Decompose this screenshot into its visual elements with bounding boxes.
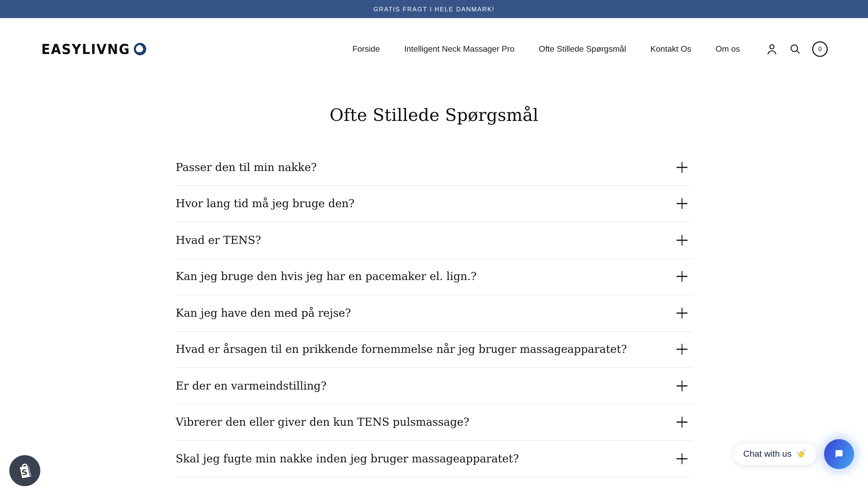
cart-count: 0 <box>818 45 822 53</box>
plus-icon <box>676 416 688 428</box>
svg-text:S: S <box>21 468 28 477</box>
shopify-bag-icon: S <box>9 455 40 486</box>
announcement-bar: GRATIS FRAGT I HELE DANMARK! <box>0 0 868 18</box>
faq-question: Hvor lang tid må jeg bruge den? <box>176 198 354 210</box>
chat-label: Chat with us <box>743 449 792 459</box>
faq-question: Hvad er årsagen til en prikkende fornemm… <box>176 343 627 356</box>
faq-item[interactable]: Vibrerer den eller giver den kun TENS pu… <box>176 404 692 441</box>
waving-hand-icon <box>796 449 807 460</box>
faq-question: Vibrerer den eller giver den kun TENS pu… <box>176 416 469 428</box>
nav-link-ofte-stillede-sporgsmal[interactable]: Ofte Stillede Spørgsmål <box>539 44 626 54</box>
chat-launcher-button[interactable] <box>824 439 854 469</box>
plus-icon <box>676 380 688 392</box>
faq-question: Kan jeg have den med på rejse? <box>176 307 351 319</box>
nav-link-kontakt-os[interactable]: Kontakt Os <box>650 44 691 54</box>
logo[interactable]: EASYLIVNG <box>41 42 146 57</box>
account-icon <box>766 43 778 55</box>
faq-item[interactable]: Hvad er TENS? <box>176 222 692 259</box>
page-title: Ofte Stillede Spørgsmål <box>0 105 868 125</box>
nav-link-om-os[interactable]: Om os <box>715 44 740 54</box>
plus-icon <box>676 270 688 283</box>
chat-with-us-pill[interactable]: Chat with us <box>734 443 816 465</box>
plus-icon <box>676 343 688 356</box>
faq-item[interactable]: Kan jeg have den med på rejse? <box>176 295 692 331</box>
nav-link-intelligent-neck-massager-pro[interactable]: Intelligent Neck Massager Pro <box>404 44 515 54</box>
main-content: Ofte Stillede Spørgsmål Passer den til m… <box>0 105 868 477</box>
site-header: EASYLIVNG Forside Intelligent Neck Massa… <box>0 18 868 80</box>
main-nav: Forside Intelligent Neck Massager Pro Of… <box>352 44 740 54</box>
faq-item[interactable]: Kan jeg bruge den hvis jeg har en pacema… <box>176 259 692 295</box>
plus-icon <box>676 307 688 319</box>
faq-item[interactable]: Hvad er årsagen til en prikkende fornemm… <box>176 331 692 368</box>
faq-item[interactable]: Hvor lang tid må jeg bruge den? <box>176 186 692 222</box>
faq-item[interactable]: Passer den til min nakke? <box>176 149 692 186</box>
shopify-badge[interactable]: S <box>9 455 40 486</box>
faq-list: Passer den til min nakke? Hvor lang tid … <box>176 149 692 477</box>
faq-question: Skal jeg fugte min nakke inden jeg bruge… <box>176 453 519 465</box>
announcement-text: GRATIS FRAGT I HELE DANMARK! <box>373 5 495 13</box>
logo-ring-icon <box>132 41 148 57</box>
plus-icon <box>676 198 688 210</box>
cart-button[interactable]: 0 <box>812 41 828 57</box>
account-button[interactable] <box>766 43 778 55</box>
faq-question: Hvad er TENS? <box>176 234 261 246</box>
logo-text: EASYLIVNG <box>41 41 130 57</box>
chat-bubble-icon <box>833 448 846 461</box>
plus-icon <box>676 161 688 174</box>
faq-item[interactable]: Skal jeg fugte min nakke inden jeg bruge… <box>176 441 692 477</box>
search-icon <box>789 43 801 55</box>
faq-question: Er der en varmeindstilling? <box>176 380 327 392</box>
header-icons: 0 <box>766 41 828 57</box>
nav-link-forside[interactable]: Forside <box>352 44 380 54</box>
cart-count-circle: 0 <box>812 41 828 57</box>
faq-page: GRATIS FRAGT I HELE DANMARK! EASYLIVNG F… <box>0 0 868 497</box>
plus-icon <box>676 453 688 465</box>
search-button[interactable] <box>789 43 801 55</box>
faq-question: Passer den til min nakke? <box>176 161 317 174</box>
faq-item[interactable]: Er der en varmeindstilling? <box>176 368 692 404</box>
plus-icon <box>676 234 688 246</box>
faq-question: Kan jeg bruge den hvis jeg har en pacema… <box>176 270 476 283</box>
